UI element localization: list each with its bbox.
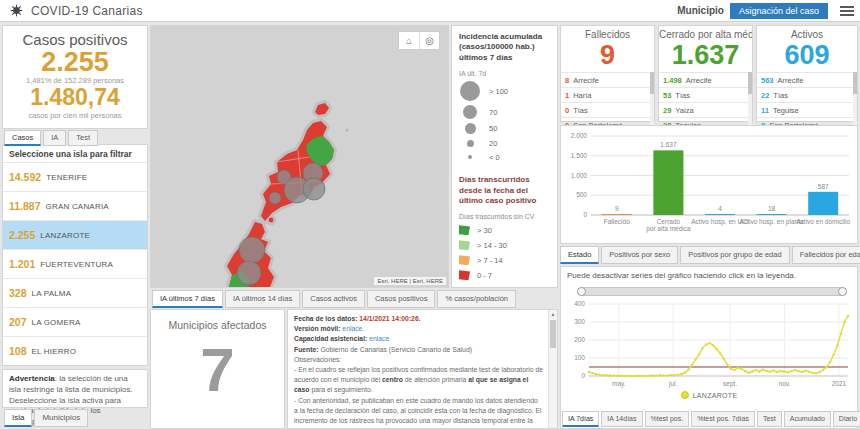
tab-test[interactable]: Test [68, 130, 98, 146]
tab-ia-14d-as[interactable]: IA 14días [601, 411, 642, 427]
tab-isla[interactable]: Isla [4, 409, 32, 427]
note-line: Observaciones: [294, 355, 543, 365]
affected-municipalities-value: 7 [151, 331, 284, 409]
stat-row-teguise[interactable]: 11Teguise [757, 102, 857, 117]
tab-ia-7d-as[interactable]: IA 7días [562, 411, 599, 427]
tab-fallecidos-por-edad-y-sexo[interactable]: Fallecidos por edad y sexo [792, 246, 860, 264]
assign-case-button[interactable]: Asignación del caso [730, 3, 828, 19]
note-line: - En el cuadro se reflejan los positivos… [294, 365, 543, 396]
stat-row-arrecife[interactable]: 1.498Arrecife [659, 72, 752, 87]
svg-text:Fallecido: Fallecido [604, 218, 630, 225]
island-name: FUERTEVENTURA [40, 260, 113, 269]
note-link[interactable]: enlace. [342, 325, 364, 332]
svg-text:4: 4 [718, 205, 722, 212]
stat-row-t-as[interactable]: 53Tías [659, 87, 752, 102]
note-link[interactable]: enlace [369, 335, 389, 342]
island-filter-header: Seleccione una isla para filtrar [3, 145, 147, 162]
tab-positivos-por-grupo-de-edad[interactable]: Positivos por grupo de edad [680, 246, 789, 264]
tab-casos-activos[interactable]: Casos activos [302, 290, 365, 308]
island-row-tenerife[interactable]: 14.592TENERIFE [3, 162, 147, 191]
tab-casos-poblaci-n[interactable]: % casos/población [437, 290, 516, 308]
island-name: GRAN CANARIA [46, 202, 109, 211]
svg-text:500: 500 [576, 191, 587, 198]
stat-value: 609 [757, 40, 857, 71]
stat-municipality-list: 8Arrecife1Haría0Tías0San Bartolomé [561, 72, 654, 132]
state-bar-chart-card: 05001.0001.5002.0009Fallecido1.637Cerrad… [560, 125, 858, 244]
stat-list-scrollbar[interactable] [650, 72, 654, 132]
tab-positivos-por-sexo[interactable]: Positivos por sexo [601, 246, 678, 264]
legend-circle-row: 20 [459, 138, 550, 148]
tab-acumulado[interactable]: Acumulado [784, 411, 831, 427]
time-range-slider[interactable] [577, 287, 847, 296]
stat-row-count: 29 [663, 106, 671, 115]
legend-series-name: LANZAROTE [693, 392, 738, 399]
stat-row-t-as[interactable]: 0Tías [561, 102, 654, 117]
legend-color-classes: > 30> 14 - 30> 7 - 140 - 7 [459, 225, 550, 280]
tab-ia-ltimos-14-d-as[interactable]: IA últimos 14 días [225, 290, 300, 308]
stat-row-name: Teguise [773, 106, 799, 115]
tab-casos-positivos[interactable]: Casos positivos [367, 290, 436, 308]
slider-handle-left[interactable] [577, 287, 586, 296]
legend-class-swatch-icon [459, 240, 470, 250]
stat-row-name: Arrecife [686, 76, 712, 85]
map-home-button[interactable]: ⌂ [399, 32, 419, 49]
slider-handle-right[interactable] [838, 287, 847, 296]
stat-row-t-as[interactable]: 22Tías [757, 87, 857, 102]
map-panel[interactable]: ⌂ ◎ Esri, HERE | Esri, HERE [150, 25, 449, 288]
positive-cases-total: 2.255 [3, 48, 147, 76]
svg-text:200: 200 [574, 336, 585, 343]
stat-row-arrecife[interactable]: 563Arrecife [757, 72, 857, 87]
tab-municipios[interactable]: Municipios [34, 409, 88, 427]
map-tabbar: IA últimos 7 díasIA últimos 14 díasCasos… [152, 290, 516, 308]
tab-casos[interactable]: Casos [4, 130, 41, 146]
stat-row-arrecife[interactable]: 8Arrecife [561, 72, 654, 87]
municipio-label: Municipio [677, 5, 724, 16]
island-count: 1.201 [9, 258, 35, 270]
legend-days-title: Días transcurridos desde la fecha del úl… [459, 175, 550, 206]
canary-islands-map[interactable] [151, 26, 448, 287]
stat-row-count: 22 [761, 91, 769, 100]
stat-row-count: 8 [565, 76, 569, 85]
tab-test[interactable]: Test [757, 411, 782, 427]
tab-test-pos-7d-as[interactable]: %test pos. 7días [691, 411, 755, 427]
island-municipio-tabbar: IslaMunicipios [4, 409, 88, 427]
stat-row-name: Tías [573, 106, 588, 115]
legend-days-subtitle: Días trascurridos sin CV [459, 213, 550, 220]
stat-row-count: 563 [761, 76, 774, 85]
scroll-up-icon[interactable]: ▲ [549, 310, 557, 319]
trend-chart-legend[interactable]: LANZAROTE [561, 391, 857, 399]
activos-card: Activos609563Arrecife22Tías11Teguise8San… [756, 25, 858, 122]
legend-class-row: > 30 [459, 225, 550, 235]
notes-scrollbar[interactable]: ▲ [548, 310, 557, 428]
island-count: 2.255 [9, 229, 35, 241]
island-row-el-hierro[interactable]: 108EL HIERRO [3, 336, 147, 365]
svg-text:jul.: jul. [668, 380, 678, 388]
hamburger-menu-icon[interactable] [840, 6, 854, 16]
stat-row-count: 53 [663, 91, 671, 100]
trend-chart-card: Puede desactivar series del gráfico haci… [560, 266, 858, 429]
stat-row-count: 11 [761, 106, 769, 115]
legend-circle-label: 20 [489, 139, 497, 148]
tab-diario[interactable]: Diario [833, 411, 860, 427]
stat-row-har-a[interactable]: 1Haría [561, 87, 654, 102]
tab-estado[interactable]: Estado [560, 246, 599, 264]
svg-text:2.000: 2.000 [571, 132, 588, 139]
stat-row-yaiza[interactable]: 29Yaiza [659, 102, 752, 117]
cerrado-alta-card: Cerrado por alta médica1.6371.498Arrecif… [658, 25, 753, 122]
stat-list-scrollbar[interactable] [853, 72, 857, 132]
stat-row-name: Arrecife [573, 76, 599, 85]
map-locate-button[interactable]: ◎ [419, 32, 439, 49]
legend-circle-label: 50 [489, 124, 497, 133]
island-row-lanzarote[interactable]: 2.255LANZAROTE [3, 220, 147, 249]
island-row-fuerteventura[interactable]: 1.201FUERTEVENTURA [3, 249, 147, 278]
island-row-gran-canaria[interactable]: 11.887GRAN CANARIA [3, 191, 147, 220]
tab-ia[interactable]: IA [43, 130, 66, 146]
tab-ia-ltimos-7-d-as[interactable]: IA últimos 7 días [152, 290, 223, 308]
legend-class-label: 0 - 7 [477, 271, 492, 280]
top-bar: COVID-19 Canarias Municipio Asignación d… [0, 0, 860, 22]
stat-list-scrollbar[interactable] [748, 72, 752, 132]
tab-test-pos[interactable]: %test pos. [645, 411, 690, 427]
island-row-la-palma[interactable]: 328LA PALMA [3, 278, 147, 307]
island-row-la-gomera[interactable]: 207LA GOMERA [3, 307, 147, 336]
svg-text:sept.: sept. [723, 380, 737, 388]
